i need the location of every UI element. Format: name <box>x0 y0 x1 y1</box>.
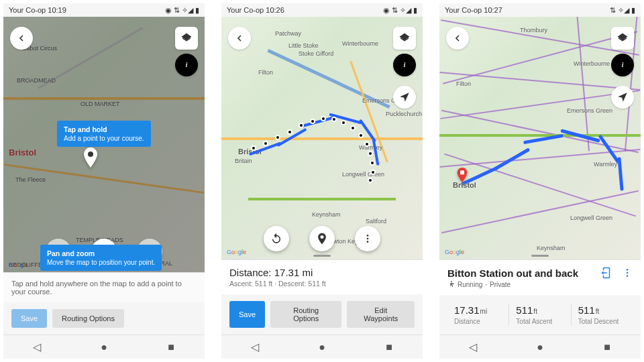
nav-home[interactable]: ● <box>92 335 116 359</box>
map-canvas[interactable]: Thornbury Winterbourne Filton Emersons G… <box>439 17 641 259</box>
drag-handle[interactable] <box>313 255 331 257</box>
more-button[interactable] <box>355 226 380 251</box>
more-vert-icon <box>362 233 373 244</box>
status-icons: ◉ ⇅ ✧◢ ▮ <box>383 6 417 15</box>
info-button[interactable]: i <box>175 54 198 76</box>
status-bar: Your Co-op 10:27 ⇅ ✧◢ ▮ <box>439 3 641 17</box>
svg-point-11 <box>367 238 369 240</box>
undo-icon <box>270 233 282 245</box>
info-button[interactable]: i <box>611 54 634 76</box>
route-stats-row: 17.31mi Distance 511ft Total Ascent 511f… <box>439 295 641 335</box>
route-start-pin <box>456 168 468 182</box>
layers-button[interactable] <box>611 27 634 50</box>
svg-rect-13 <box>460 170 464 174</box>
send-to-device-icon[interactable] <box>600 267 612 279</box>
drag-handle[interactable] <box>531 255 549 257</box>
nav-recent[interactable]: ■ <box>595 335 619 359</box>
svg-point-18 <box>627 275 629 277</box>
tooltip-tap-hold: Tap and hold Add a point to your course. <box>57 121 151 147</box>
pin-icon <box>315 232 329 245</box>
more-vert-icon[interactable] <box>622 267 633 278</box>
action-bar: Save Routing Options <box>3 302 205 335</box>
screenshot-1: Your Co-op 10:19 ◉ ⇅ ✧◢ ▮ Cabot Circus B… <box>3 3 205 359</box>
save-button[interactable]: Save <box>229 301 265 328</box>
nav-home[interactable]: ● <box>528 335 552 359</box>
status-icons: ⇅ ✧◢ ▮ <box>610 6 635 15</box>
svg-point-16 <box>627 269 629 271</box>
map-pin[interactable] <box>83 147 99 168</box>
stat-distance: 17.31mi Distance <box>447 304 509 325</box>
map-canvas[interactable]: Patchway Little Stoke Stoke Gifford Wint… <box>221 17 423 259</box>
location-arrow-icon <box>398 91 411 103</box>
add-point-button[interactable] <box>309 226 335 251</box>
android-nav-bar: ◁ ● ■ <box>221 335 423 359</box>
layers-button[interactable] <box>393 27 416 50</box>
svg-point-9 <box>321 235 324 239</box>
back-button[interactable] <box>10 27 33 50</box>
location-arrow-icon <box>616 91 629 103</box>
tooltip-pan-zoom: Pan and zoom Move the map to position yo… <box>40 245 162 271</box>
route-header-panel: Bitton Station out and back Running · Pr… <box>439 259 641 295</box>
layers-button[interactable] <box>175 27 198 50</box>
routing-options-button[interactable]: Routing Options <box>52 309 124 328</box>
nav-back[interactable]: ◁ <box>25 335 49 359</box>
back-button[interactable] <box>228 27 251 50</box>
svg-point-12 <box>367 241 369 243</box>
layers-icon <box>180 32 193 44</box>
chevron-left-icon <box>234 33 245 44</box>
svg-text:i: i <box>622 62 624 68</box>
undo-button[interactable] <box>264 226 289 251</box>
save-button[interactable]: Save <box>11 309 47 328</box>
route-stats-panel: Distance: 17.31 mi Ascent: 511 ft · Desc… <box>221 259 423 294</box>
nav-recent[interactable]: ■ <box>159 335 183 359</box>
route-title: Bitton Station out and back <box>447 267 578 279</box>
info-icon: i <box>181 60 192 70</box>
svg-point-17 <box>627 272 629 274</box>
layers-icon <box>616 32 629 44</box>
info-icon: i <box>399 60 410 70</box>
status-icons: ◉ ⇅ ✧◢ ▮ <box>165 6 199 15</box>
info-icon: i <box>617 60 628 70</box>
chevron-left-icon <box>16 33 27 44</box>
screenshot-2: Your Co-op 10:26 ◉ ⇅ ✧◢ ▮ Patchway Littl… <box>221 3 423 359</box>
chevron-left-icon <box>452 33 463 44</box>
stat-ascent: 511ft Total Ascent <box>509 304 571 325</box>
svg-point-10 <box>367 235 369 237</box>
edit-waypoints-button[interactable]: Edit Waypoints <box>347 301 415 328</box>
back-button[interactable] <box>446 27 469 50</box>
info-button[interactable]: i <box>393 54 416 76</box>
svg-text:i: i <box>404 62 406 68</box>
google-logo: Google <box>445 249 464 255</box>
google-logo: Google <box>227 249 246 255</box>
locate-button[interactable] <box>393 86 416 109</box>
stat-descent: 511ft Total Descent <box>572 304 633 325</box>
nav-home[interactable]: ● <box>310 335 334 359</box>
locate-button[interactable] <box>611 86 634 109</box>
google-logo: Google <box>9 261 28 268</box>
nav-back[interactable]: ◁ <box>243 335 267 359</box>
action-bar: Save Routing Options Edit Waypoints <box>221 294 423 335</box>
status-bar: Your Co-op 10:26 ◉ ⇅ ✧◢ ▮ <box>221 3 423 17</box>
svg-text:i: i <box>186 62 188 68</box>
routing-options-button[interactable]: Routing Options <box>270 301 341 328</box>
status-bar: Your Co-op 10:19 ◉ ⇅ ✧◢ ▮ <box>3 3 205 17</box>
layers-icon <box>398 32 411 44</box>
svg-point-2 <box>88 152 93 157</box>
android-nav-bar: ◁ ● ■ <box>439 335 641 359</box>
running-icon <box>447 281 455 288</box>
screenshot-3: Your Co-op 10:27 ⇅ ✧◢ ▮ Thornbury Winter… <box>439 3 641 359</box>
nav-back[interactable]: ◁ <box>461 335 485 359</box>
map-canvas[interactable]: Cabot Circus BROADMEAD OLD MARKET Bristo… <box>3 17 205 272</box>
nav-recent[interactable]: ■ <box>377 335 401 359</box>
hint-text: Tap and hold anywhere on the map to add … <box>3 272 205 302</box>
android-nav-bar: ◁ ● ■ <box>3 335 205 359</box>
